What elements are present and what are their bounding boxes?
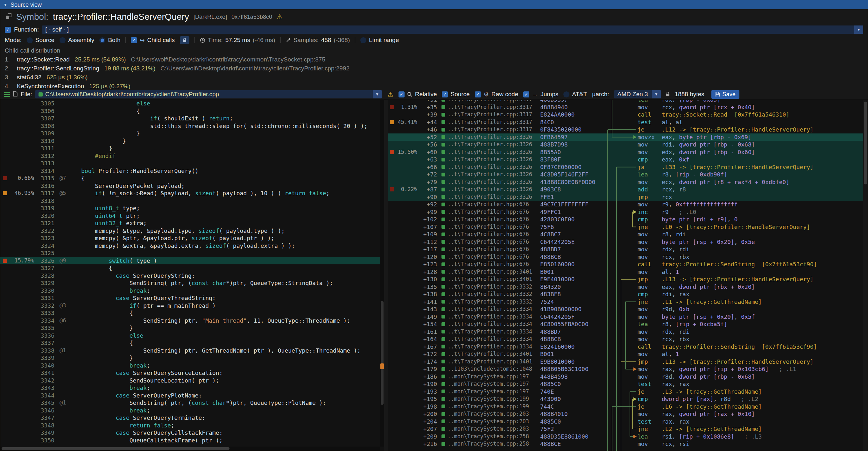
- source-line[interactable]: 3337 {: [0, 339, 380, 347]
- asm-row[interactable]: +39..t\TracyProfiler.cpp:3317E824AA0000c…: [388, 111, 863, 119]
- source-line[interactable]: 3342 SendSourceLocation( ptr );: [0, 377, 380, 385]
- asm-row[interactable]: +138..t\TracyProfiler.cpp:3332483BF8cmpr…: [388, 291, 863, 298]
- function-combo[interactable]: [ - self - ] ▼: [42, 26, 863, 34]
- asm-row[interactable]: +179..1103\include\atomic:1048488B05B63C…: [388, 365, 863, 373]
- source-line[interactable]: 3321 uint32_t extra;: [0, 219, 380, 227]
- asm-row[interactable]: 15.50%+60..t\TracyProfiler.cpp:33268B55A…: [388, 148, 863, 156]
- source-line[interactable]: 3323 memcpy( &ptr, &payload.ptr, sizeof(…: [0, 234, 380, 242]
- asm-row[interactable]: +128..t\TracyProfiler.cpp:3401B001moval,…: [388, 268, 863, 276]
- child-call-row[interactable]: 1.tracy::Socket::Read25.25 ms (54.89%)C:…: [5, 55, 863, 64]
- source-line[interactable]: 3308 std::this_thread::sleep_for( std::c…: [0, 122, 380, 130]
- window-scrollbar[interactable]: [863, 100, 868, 451]
- mode-option-source[interactable]: Source: [27, 37, 55, 43]
- source-vertical-scrollbar[interactable]: [380, 100, 384, 447]
- asm-row[interactable]: +161..t\TracyProfiler.cpp:3334488BD7movr…: [388, 328, 863, 336]
- source-line[interactable]: 0.66%3315@7{: [0, 175, 380, 182]
- function-checkbox[interactable]: ✓: [5, 27, 11, 33]
- source-toggle[interactable]: ✓Source: [442, 91, 469, 98]
- source-line[interactable]: 3316 ServerQueryPacket payload;: [0, 182, 380, 190]
- limit-range-radio[interactable]: [360, 37, 366, 43]
- asm-row[interactable]: +141..t\TracyProfiler.cpp:33327524jne.L1…: [388, 298, 863, 306]
- source-line[interactable]: 3336 else: [0, 332, 380, 339]
- asm-row[interactable]: +209..mon\TracySystem.cpp:258488D35E8861…: [388, 433, 863, 441]
- child-calls-checkbox[interactable]: ✓: [131, 37, 137, 43]
- asm-row[interactable]: +52..t\TracyProfiler.cpp:33260FB64597mov…: [388, 133, 863, 141]
- asm-row[interactable]: +66..t\TracyProfiler.cpp:33260F87CE06000…: [388, 163, 863, 171]
- asm-row[interactable]: +117..t\TracyProfiler.hpp:676488BD7movrd…: [388, 246, 863, 253]
- scrollbar-thumb[interactable]: [2, 447, 229, 450]
- source-line[interactable]: 3328 case ServerQueryString:: [0, 272, 380, 280]
- source-line[interactable]: 3346 break;: [0, 407, 380, 414]
- source-line[interactable]: 3306 {: [0, 107, 380, 115]
- source-files-icon[interactable]: [4, 92, 10, 97]
- source-line[interactable]: 3318: [0, 197, 380, 205]
- source-line[interactable]: 3331 case ServerQueryThreadString:: [0, 294, 380, 302]
- source-line[interactable]: 3325: [0, 249, 380, 257]
- source-line[interactable]: 3310 }: [0, 137, 380, 145]
- source-line[interactable]: 3345@1 SendString( ptr, (const char*)ptr…: [0, 399, 380, 407]
- asm-row[interactable]: +154..t\TracyProfiler.cpp:33344C8D055FBA…: [388, 321, 863, 328]
- save-button[interactable]: Save: [711, 90, 739, 99]
- source-line[interactable]: 15.79%3326@9 switch( type ): [0, 257, 380, 265]
- source-line[interactable]: 3344 case ServerQueryPlotName:: [0, 392, 380, 399]
- source-line[interactable]: 3327 {: [0, 264, 380, 272]
- asm-row[interactable]: +195..mon\TracySystem.cpp:199443900cmpdw…: [388, 395, 863, 403]
- source-checkbox[interactable]: ✓: [442, 91, 448, 97]
- mode-option-both[interactable]: Both: [99, 37, 120, 43]
- source-line[interactable]: 3348 return false;: [0, 422, 380, 429]
- asm-row[interactable]: 45.41%+44..t\TracyProfiler.cpp:331784C0t…: [388, 119, 863, 126]
- asm-row[interactable]: +92..t\TracyProfiler.hpp:67649C7C1FFFFFF…: [388, 201, 863, 208]
- source-line[interactable]: 3350 QueueCallstackFrame( ptr );: [0, 437, 380, 444]
- asm-row[interactable]: +102..t\TracyProfiler.hpp:67642803C0F00c…: [388, 216, 863, 223]
- asm-row[interactable]: +72..t\TracyProfiler.cpp:33264C8D05F146F…: [388, 171, 863, 178]
- scrollbar-thumb[interactable]: [864, 101, 867, 184]
- titlebar[interactable]: ▼ Source view: [0, 0, 868, 9]
- child-call-row[interactable]: 2.tracy::Profiler::SendLongString19.88 m…: [5, 64, 863, 73]
- collapse-icon[interactable]: ▼: [3, 3, 7, 7]
- relative-checkbox[interactable]: ✓: [399, 91, 405, 97]
- source-line[interactable]: 3313: [0, 159, 380, 167]
- lock-button[interactable]: [180, 36, 189, 44]
- source-line[interactable]: 3332@3 if( ptr == m_mainThread ): [0, 302, 380, 309]
- source-line[interactable]: 3343 break;: [0, 384, 380, 392]
- asm-row[interactable]: +63..t\TracyProfiler.cpp:332683F80Fcmpea…: [388, 156, 863, 163]
- source-line[interactable]: 3339 }: [0, 354, 380, 362]
- asm-row[interactable]: +99..t\TracyProfiler.hpp:67649FFC1incr9 …: [388, 208, 863, 216]
- jumps-checkbox[interactable]: ✓: [523, 91, 529, 97]
- child-calls-toggle[interactable]: ✓↪Child calls: [131, 37, 175, 44]
- att-radio[interactable]: [563, 91, 569, 97]
- asm-row[interactable]: +31..t\TracyProfiler.cpp:3317488D5597lea…: [388, 100, 863, 103]
- source-line[interactable]: 3312 #endif: [0, 152, 380, 160]
- scrollbar-thumb[interactable]: [381, 301, 383, 405]
- asm-row[interactable]: +56..t\TracyProfiler.cpp:3326488B7D98mov…: [388, 141, 863, 148]
- raw-code-checkbox[interactable]: ✓: [475, 91, 481, 97]
- source-line[interactable]: 3324 memcpy( &extra, &payload.extra, siz…: [0, 242, 380, 250]
- asm-row[interactable]: +164..t\TracyProfiler.cpp:3334488BCBmovr…: [388, 335, 863, 343]
- asm-row[interactable]: +123..t\TracyProfiler.hpp:676E850160000c…: [388, 261, 863, 268]
- asm-row[interactable]: +112..t\TracyProfiler.hpp:676C64424205Em…: [388, 238, 863, 246]
- limit-range-toggle[interactable]: Limit range: [360, 37, 399, 43]
- asm-row[interactable]: +200..mon\TracySystem.cpp:203488B4010mov…: [388, 410, 863, 418]
- source-line[interactable]: 3329 SendString( ptr, (const char*)ptr, …: [0, 279, 380, 287]
- asm-row[interactable]: +174..t\TracyProfiler.cpp:3401E9B8010000…: [388, 358, 863, 366]
- asm-row[interactable]: +130..t\TracyProfiler.cpp:3401E9E4010000…: [388, 275, 863, 283]
- asm-row[interactable]: +149..t\TracyProfiler.cpp:3334C64424205F…: [388, 313, 863, 321]
- mode-option-assembly[interactable]: Assembly: [60, 37, 94, 43]
- source-line[interactable]: 3307 if( shouldExit ) return;: [0, 115, 380, 122]
- asm-row[interactable]: +207..mon\TracySystem.cpp:20375F2jne.L2 …: [388, 425, 863, 433]
- asm-row[interactable]: +216..mon\TracySystem.cpp:258488BCEmovrc…: [388, 440, 863, 448]
- asm-row[interactable]: +135..t\TracyProfiler.cpp:33328B4320move…: [388, 283, 863, 291]
- att-toggle[interactable]: AT&T: [563, 91, 587, 98]
- asm-row[interactable]: +193..mon\TracySystem.cpp:197740Eje.L3 -…: [388, 388, 863, 396]
- relative-toggle[interactable]: ✓Relative: [399, 91, 437, 98]
- panel-splitter[interactable]: [384, 100, 388, 451]
- raw-code-toggle[interactable]: ✓⚙Raw code: [475, 91, 519, 98]
- asm-row[interactable]: +167..t\TracyProfiler.cpp:3334E824160000…: [388, 343, 863, 351]
- source-line[interactable]: 3322 memcpy( &type, &payload.type, sizeo…: [0, 227, 380, 235]
- asm-row[interactable]: +79..t\TracyProfiler.cpp:3326418B8C80E0B…: [388, 178, 863, 186]
- source-line[interactable]: 3340 break;: [0, 362, 380, 369]
- child-call-row[interactable]: 4.KeSynchronizeExecution125 µs (0.27%): [5, 82, 863, 89]
- file-combo[interactable]: C:\Users\wolf\Desktop\darkrl\contrib\tra…: [35, 90, 382, 98]
- source-line[interactable]: 3330 break;: [0, 287, 380, 295]
- asm-row[interactable]: +190..mon\TracySystem.cpp:1974885C0testr…: [388, 380, 863, 388]
